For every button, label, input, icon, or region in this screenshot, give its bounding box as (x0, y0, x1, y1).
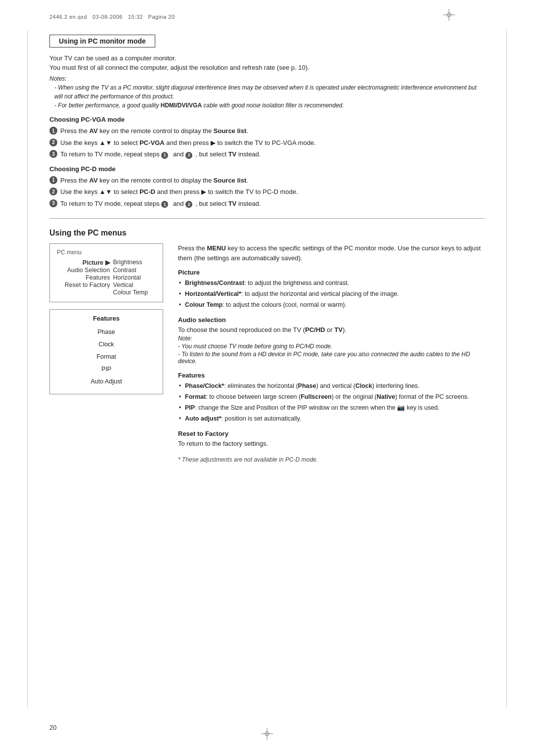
menu-item-brightness: Brightness (113, 259, 156, 266)
intro2: You must first of all connect the comput… (49, 64, 485, 71)
left-border (27, 30, 28, 708)
audio-intro: To choose the sound reproduced on the TV… (178, 326, 485, 333)
audio-section: Audio selection To choose the sound repr… (178, 316, 485, 365)
pcd-step3: 3 To return to TV mode, repeat steps 1 a… (49, 199, 485, 209)
section-pc-menus: Using the PC menus PC menu Picture ▶ Bri… (49, 229, 485, 463)
notes-block: Notes: - When using the TV as a PC monit… (49, 75, 485, 110)
reset-text: To return to the factory settings. (178, 440, 485, 447)
two-col-layout: PC menu Picture ▶ Brightness Audio Selec… (49, 243, 485, 463)
menu-item-empty-left (57, 289, 110, 296)
step-num-2: 2 (49, 139, 57, 146)
pc-menu-box: PC menu Picture ▶ Brightness Audio Selec… (49, 243, 163, 302)
feature-bullet-3: PIP: change the Size and Position of the… (178, 403, 485, 413)
note1: - When using the TV as a PC monitor, sli… (54, 83, 485, 101)
choosing-vga: Choosing PC-VGA mode 1 Press the AV key … (49, 116, 485, 159)
time: 15:32 (128, 14, 143, 20)
pcd-step1: 1 Press the AV key on the remote control… (49, 176, 485, 186)
footnote: * These adjustments are not available in… (178, 456, 485, 463)
feature-format: Format (57, 351, 156, 363)
step-num-1: 1 (49, 127, 57, 135)
crosshair-bottom (261, 728, 273, 741)
features-section: Features Phase/Clock*: eliminates the ho… (178, 372, 485, 423)
pcd-title: Choosing PC-D mode (49, 165, 485, 173)
section1-title: Using in PC monitor mode (49, 35, 155, 47)
features-box: Features Phase Clock Format PIP Auto Adj… (49, 309, 163, 394)
step-num-3: 3 (49, 150, 57, 158)
feature-bullet-4: Auto adjust*: position is set automatica… (178, 414, 485, 424)
features-list: Phase Clock Format PIP Auto Adjust (57, 326, 156, 388)
picture-bullets: Brightness/Contrast: to adjust the brigh… (178, 279, 485, 309)
feature-bullet-1: Phase/Clock*: eliminates the horizontal … (178, 381, 485, 391)
features-title: Features (178, 372, 485, 379)
vga-title: Choosing PC-VGA mode (49, 116, 485, 123)
audio-note-label: Note: (178, 335, 485, 342)
notes-label: Notes: (49, 75, 485, 82)
audio-title: Audio selection (178, 316, 485, 324)
picture-title: Picture (178, 269, 485, 276)
pcd-step2: 2 Use the keys ▲▼ to select PC-D and the… (49, 187, 485, 197)
vga-step3: 3 To return to TV mode, repeat steps 1 a… (49, 149, 485, 159)
feature-clock: Clock (57, 338, 156, 351)
picture-section: Picture Brightness/Contrast: to adjust t… (178, 269, 485, 309)
choosing-pcd: Choosing PC-D mode 1 Press the AV key on… (49, 165, 485, 209)
menu-item-audio-left: Audio Selection (57, 267, 110, 274)
main-content: Using in PC monitor mode Your TV can be … (49, 35, 485, 463)
vga-steps: 1 Press the AV key on the remote control… (49, 126, 485, 159)
note2: - For better performance, a good quality… (54, 101, 485, 110)
picture-bullet-3: Colour Temp: to adjust the colours (cool… (178, 300, 485, 310)
pcd-step-num-2: 2 (49, 188, 57, 195)
picture-bullet-1: Brightness/Contrast: to adjust the brigh… (178, 279, 485, 288)
section-pc-monitor: Using in PC monitor mode Your TV can be … (49, 35, 485, 208)
filename: 2446.2 en.qxd (49, 14, 87, 20)
menu-item-features-left: Features (57, 274, 110, 281)
feature-pip: PIP (57, 363, 156, 376)
reset-title: Reset to Factory (178, 430, 485, 437)
right-border (506, 30, 507, 708)
right-intro: Press the MENU key to access the specifi… (178, 243, 485, 263)
pcd-step-num-3: 3 (49, 199, 57, 207)
feature-bullet-2: Format: to choose between large screen (… (178, 392, 485, 402)
pagina: Pagina 20 (148, 14, 175, 20)
top-meta: 2446.2 en.qxd 03-08-2006 15:32 Pagina 20 (49, 14, 175, 20)
vga-step2: 2 Use the keys ▲▼ to select PC-VGA and t… (49, 138, 485, 148)
date: 03-08-2006 (92, 14, 123, 20)
audio-note1: - You must choose TV mode before going t… (178, 343, 485, 350)
audio-note2: - To listen to the sound from a HD devic… (178, 351, 485, 365)
feature-phase: Phase (57, 326, 156, 338)
menu-item-reset-left: Reset to Factory (57, 282, 110, 288)
pc-menu-label: PC menu (57, 249, 156, 256)
menu-item-horizontal: Horizontal (113, 274, 156, 281)
features-box-title: Features (57, 315, 156, 322)
reset-section: Reset to Factory To return to the factor… (178, 430, 485, 447)
picture-bullet-2: Horizontal/Vertical*: to adjust the hori… (178, 289, 485, 299)
feature-auto-adjust: Auto Adjust (57, 376, 156, 388)
pcd-steps: 1 Press the AV key on the remote control… (49, 176, 485, 209)
left-column: PC menu Picture ▶ Brightness Audio Selec… (49, 243, 163, 463)
crosshair-top (443, 9, 455, 22)
page: 2446.2 en.qxd 03-08-2006 15:32 Pagina 20… (0, 0, 534, 756)
pc-menu-items: Picture ▶ Brightness Audio Selection Con… (57, 259, 156, 296)
menu-item-vertical: Vertical (113, 282, 156, 288)
pcd-step-num-1: 1 (49, 176, 57, 184)
menu-item-picture-left: Picture ▶ (57, 259, 110, 266)
section-divider (49, 218, 485, 219)
menu-item-contrast: Contrast (113, 267, 156, 274)
intro1: Your TV can be used as a computer monito… (49, 54, 485, 62)
features-bullets: Phase/Clock*: eliminates the horizontal … (178, 381, 485, 423)
vga-step1: 1 Press the AV key on the remote control… (49, 126, 485, 136)
section2-title: Using the PC menus (49, 229, 485, 237)
right-column: Press the MENU key to access the specifi… (178, 243, 485, 463)
menu-item-colourtemp: Colour Temp (113, 289, 156, 296)
page-number: 20 (49, 724, 56, 731)
